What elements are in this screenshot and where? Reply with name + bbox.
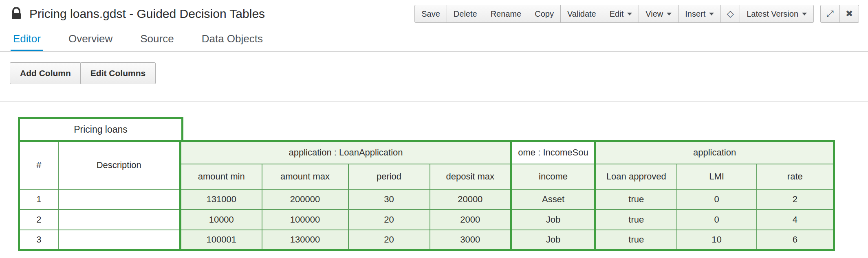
lock-icon	[11, 7, 22, 20]
value-cell[interactable]: 30	[348, 189, 430, 210]
group-header-income-source: ome : IncomeSou	[511, 141, 595, 164]
insert-menu-button[interactable]: Insert	[678, 5, 721, 23]
group-header-application: application	[595, 141, 834, 164]
column-header-rate: rate	[757, 164, 834, 189]
row-number-header: #	[19, 141, 58, 189]
value-cell[interactable]: 100001	[181, 230, 262, 250]
row-number-cell: 3	[19, 230, 58, 250]
rename-button[interactable]: Rename	[484, 5, 529, 23]
column-header-amount-max: amount max	[262, 164, 348, 189]
row-number-cell: 1	[19, 189, 58, 210]
tab-source[interactable]: Source	[138, 28, 176, 51]
value-cell[interactable]: true	[595, 189, 677, 210]
expand-button[interactable]: ⤢	[820, 5, 840, 23]
diamond-icon-button[interactable]: ◇	[720, 5, 740, 23]
edit-menu-label: Edit	[610, 9, 623, 19]
column-header-loan-approved: Loan approved	[595, 164, 677, 189]
view-menu-button[interactable]: View	[639, 5, 679, 23]
validate-button[interactable]: Validate	[560, 5, 603, 23]
value-cell[interactable]: true	[595, 210, 677, 230]
tab-bar: Editor Overview Source Data Objects	[0, 28, 868, 52]
value-cell[interactable]: 10	[677, 230, 757, 250]
value-cell[interactable]: 20000	[430, 189, 511, 210]
value-cell[interactable]: 200000	[262, 189, 348, 210]
table-row: 3100001130000203000Jobtrue106	[19, 230, 834, 250]
top-bar: Pricing loans.gdst - Guided Decision Tab…	[0, 0, 868, 26]
diamond-icon: ◇	[727, 9, 734, 19]
value-cell[interactable]: 6	[757, 230, 834, 250]
close-button[interactable]: ✖	[839, 5, 859, 23]
table-row: 11310002000003020000Assettrue02	[19, 189, 834, 210]
editor-actions: Add Column Edit Columns	[0, 52, 868, 84]
column-header-income: income	[511, 164, 595, 189]
value-cell[interactable]: 2	[757, 189, 834, 210]
edit-columns-button[interactable]: Edit Columns	[80, 62, 156, 84]
latest-version-label: Latest Version	[747, 9, 798, 19]
value-cell[interactable]: 131000	[181, 189, 262, 210]
column-header-period: period	[348, 164, 430, 189]
row-number-cell: 2	[19, 210, 58, 230]
expand-icon: ⤢	[826, 9, 834, 19]
decision-table: # Description application : LoanApplicat…	[18, 140, 835, 251]
tab-overview[interactable]: Overview	[66, 28, 115, 51]
value-cell[interactable]: 20	[348, 230, 430, 250]
value-cell[interactable]: 4	[757, 210, 834, 230]
page-title: Pricing loans.gdst - Guided Decision Tab…	[29, 7, 265, 21]
caret-down-icon	[709, 13, 714, 15]
value-cell[interactable]: Asset	[511, 189, 595, 210]
value-cell[interactable]: Job	[511, 210, 595, 230]
table-body: 11310002000003020000Assettrue02210000100…	[19, 189, 834, 250]
add-column-button[interactable]: Add Column	[10, 62, 81, 84]
column-header-deposit-max: deposit max	[430, 164, 511, 189]
value-cell[interactable]: 20	[348, 210, 430, 230]
delete-button[interactable]: Delete	[447, 5, 484, 23]
copy-button[interactable]: Copy	[528, 5, 561, 23]
value-cell[interactable]: Job	[511, 230, 595, 250]
value-cell[interactable]: 0	[677, 210, 757, 230]
value-cell[interactable]: 0	[677, 189, 757, 210]
tab-data-objects[interactable]: Data Objects	[199, 28, 265, 51]
divider	[0, 101, 868, 102]
value-cell[interactable]: 100000	[262, 210, 348, 230]
caret-down-icon	[627, 13, 632, 15]
value-cell[interactable]: true	[595, 230, 677, 250]
latest-version-button[interactable]: Latest Version	[740, 5, 814, 23]
value-cell[interactable]: 3000	[430, 230, 511, 250]
description-cell[interactable]	[58, 189, 181, 210]
table-row: 210000100000202000Jobtrue04	[19, 210, 834, 230]
toolbar: Save Delete Rename Copy Validate Edit Vi…	[414, 5, 859, 23]
insert-menu-label: Insert	[685, 9, 705, 19]
value-cell[interactable]: 2000	[430, 210, 511, 230]
decision-table-area: Pricing loans # Description application …	[18, 117, 868, 251]
view-menu-label: View	[645, 9, 663, 19]
column-header-lmi: LMI	[677, 164, 757, 189]
description-header: Description	[58, 141, 181, 189]
caret-down-icon	[667, 13, 672, 15]
value-cell[interactable]: 130000	[262, 230, 348, 250]
column-header-amount-min: amount min	[181, 164, 262, 189]
description-cell[interactable]	[58, 210, 181, 230]
caret-down-icon	[802, 13, 807, 15]
save-button[interactable]: Save	[414, 5, 447, 23]
table-caption[interactable]: Pricing loans	[18, 117, 183, 140]
description-cell[interactable]	[58, 230, 181, 250]
close-icon: ✖	[846, 9, 853, 19]
tab-editor[interactable]: Editor	[11, 28, 43, 51]
group-header-loan-application: application : LoanApplication	[181, 141, 511, 164]
edit-menu-button[interactable]: Edit	[603, 5, 639, 23]
value-cell[interactable]: 10000	[181, 210, 262, 230]
